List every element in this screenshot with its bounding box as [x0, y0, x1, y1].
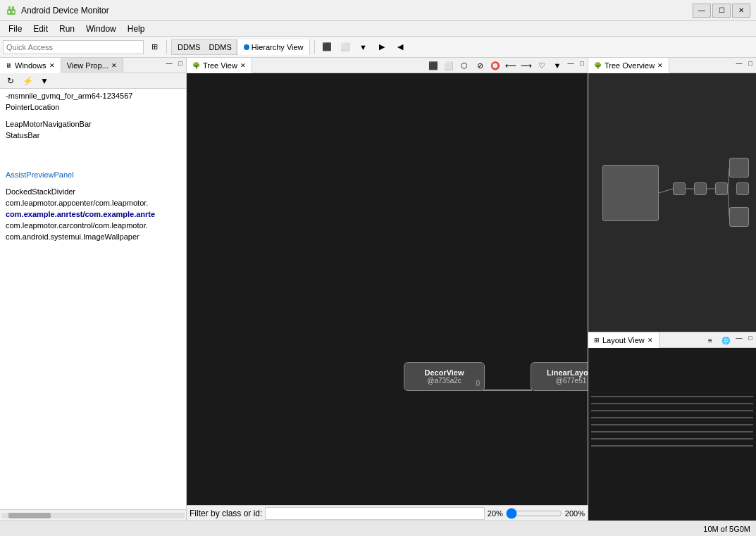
tree-btn-6[interactable]: ⟵ [503, 58, 519, 73]
tab-tree-view[interactable]: 🌳 Tree View ✕ [187, 58, 252, 73]
hierarchy-label: Hierarchy View [252, 43, 304, 51]
dropdown-btn[interactable]: ▼ [37, 73, 52, 89]
tree-icon: 🌳 [192, 62, 200, 69]
status-bar: 10M of 5G0M [0, 521, 756, 536]
list-item[interactable]: com.android.systemui.ImageWallpaper [0, 231, 186, 242]
scroll-thumb[interactable] [8, 513, 51, 518]
node-linearlayout[interactable]: LinearLayout @677e51 0 [531, 362, 588, 391]
tree-view-tabs: 🌳 Tree View ✕ ⬛ ⬜ ⬡ ⊘ ⭕ ⟵ ⟶ ♡ ▼ — □ [187, 58, 588, 73]
overview-maximize[interactable]: □ [745, 58, 756, 69]
refresh-btn[interactable]: ↻ [3, 73, 18, 89]
left-panel-tabs: 🖥 Windows ✕ View Prop... ✕ — □ [0, 58, 186, 73]
layout-canvas [588, 348, 756, 521]
list-item[interactable]: DockedStackDivider [0, 186, 186, 197]
ddms-tab[interactable]: DDMS [172, 39, 206, 55]
tree-btn-5[interactable]: ⭕ [488, 58, 503, 73]
toolbar-sep-1 [166, 40, 167, 54]
svg-line-10 [728, 168, 729, 189]
menu-edit[interactable]: Edit [27, 23, 54, 35]
overview-tab-close[interactable]: ✕ [657, 62, 663, 69]
tab-view-prop[interactable]: View Prop... ✕ [61, 58, 123, 73]
layout-minimize[interactable]: — [733, 332, 745, 344]
status-mem: 10M of 5G0M [703, 525, 750, 533]
overview-minimize[interactable]: — [733, 58, 745, 69]
overview-tabs: 🌳 Tree Overview ✕ — □ [588, 58, 756, 73]
list-item[interactable]: -msmnile_gvmq_for_arm64-1234567 [0, 90, 186, 101]
tree-btn-3[interactable]: ⬡ [457, 58, 472, 73]
tree-panel-maximize[interactable]: □ [576, 58, 588, 69]
layout-btn-2[interactable]: 🌐 [718, 332, 733, 348]
toolbar-btn-5[interactable]: ◀ [392, 39, 408, 55]
overview-svg [588, 73, 756, 332]
menu-run[interactable]: Run [54, 23, 80, 35]
tree-canvas: DecorView @a735a2c 0 LinearLayout @677e5… [187, 73, 588, 505]
layout-line-5 [591, 424, 753, 425]
tree-view-tab-close[interactable]: ✕ [240, 62, 246, 69]
left-panel-maximize[interactable]: □ [175, 58, 186, 69]
svg-point-1 [8, 11, 11, 13]
menu-file[interactable]: File [3, 23, 27, 35]
layout-maximize[interactable]: □ [745, 332, 756, 344]
layout-spacer [659, 332, 702, 347]
layout-line-1 [591, 396, 753, 397]
list-item-empty-3 [0, 180, 186, 186]
filter-bar: Filter by class or id: 20% 200% [187, 505, 588, 521]
left-panel-minimize[interactable]: — [163, 58, 175, 69]
layout-icon: ⊞ [594, 337, 600, 344]
maximize-button[interactable]: ☐ [712, 4, 731, 18]
layout-lines [588, 390, 756, 452]
tab-windows[interactable]: 🖥 Windows ✕ [0, 58, 61, 73]
list-item[interactable]: com.leapmotor.appcenter/com.leapmotor. [0, 197, 186, 208]
toolbar-btn-2[interactable]: ⬜ [337, 39, 353, 55]
toolbar-btn-4[interactable]: ▶ [374, 39, 390, 55]
overview-icon: 🌳 [594, 62, 602, 69]
tree-btn-7[interactable]: ⟶ [519, 58, 534, 73]
tree-btn-2[interactable]: ⬜ [441, 58, 457, 73]
list-item[interactable]: StatusBar [0, 130, 186, 141]
layout-tab-close[interactable]: ✕ [647, 337, 653, 344]
node-decorview-count: 0 [476, 380, 480, 387]
view-prop-tab-label: View Prop... [67, 61, 109, 70]
node-decorview[interactable]: DecorView @a735a2c 0 [404, 362, 485, 391]
toolbar-maximize-icon[interactable]: ⊞ [147, 39, 162, 55]
tree-btn-8[interactable]: ♡ [534, 58, 550, 73]
list-item[interactable]: com.leapmotor.carcontrol/com.leapmotor. [0, 220, 186, 231]
layout-view-label: Layout View [602, 336, 645, 344]
quick-access-input[interactable] [3, 40, 144, 54]
tree-btn-1[interactable]: ⬛ [426, 58, 441, 73]
zoom-slider[interactable] [506, 508, 562, 519]
tab-tree-overview[interactable]: 🌳 Tree Overview ✕ [588, 58, 669, 73]
hierarchy-view-tab[interactable]: Hierarchy View [238, 39, 309, 55]
windows-tab-close[interactable]: ✕ [49, 62, 55, 69]
windows-icon: 🖥 [6, 62, 12, 69]
toolbar-btn-1[interactable]: ⬛ [319, 39, 335, 55]
filter-input[interactable] [265, 507, 484, 520]
scroll-track [1, 513, 185, 518]
list-item-selected[interactable]: com.example.anrtest/com.example.anrte [0, 208, 186, 220]
node-decorview-id: @a735a2c [413, 377, 476, 385]
layout-line-6 [591, 431, 753, 432]
layout-btn-1[interactable]: ≡ [702, 332, 718, 348]
menu-help[interactable]: Help [122, 23, 151, 35]
close-button[interactable]: ✕ [732, 4, 750, 18]
perspective-switcher: DDMS DDMS Hierarchy View [171, 39, 310, 55]
layout-view-panel: ⊞ Layout View ✕ ≡ 🌐 — □ [588, 332, 756, 521]
zoom-min: 20% [488, 509, 503, 518]
view-prop-tab-close[interactable]: ✕ [111, 62, 117, 69]
node-linearlayout-name: LinearLayout [540, 368, 588, 377]
tab-layout-view[interactable]: ⊞ Layout View ✕ [588, 332, 659, 348]
menu-window[interactable]: Window [80, 23, 122, 35]
connect-btn[interactable]: ⚡ [20, 73, 35, 89]
toolbar-btn-3[interactable]: ▼ [356, 39, 371, 55]
main-toolbar: ⊞ DDMS DDMS Hierarchy View ⬛ ⬜ ▼ ▶ ◀ [0, 37, 756, 58]
layout-line-4 [591, 417, 753, 418]
tree-panel-minimize[interactable]: — [565, 58, 576, 69]
tree-btn-4[interactable]: ⊘ [472, 58, 488, 73]
tree-overview-panel: 🌳 Tree Overview ✕ — □ [588, 58, 756, 332]
left-panel-scrollbar[interactable] [0, 509, 186, 521]
minimize-button[interactable]: — [693, 4, 711, 18]
tree-btn-dropdown[interactable]: ▼ [550, 58, 565, 73]
list-item-assist[interactable]: AssistPreviewPanel [0, 169, 186, 180]
list-item[interactable]: LeapMotorNavigationBar [0, 118, 186, 130]
list-item[interactable]: PointerLocation [0, 101, 186, 113]
